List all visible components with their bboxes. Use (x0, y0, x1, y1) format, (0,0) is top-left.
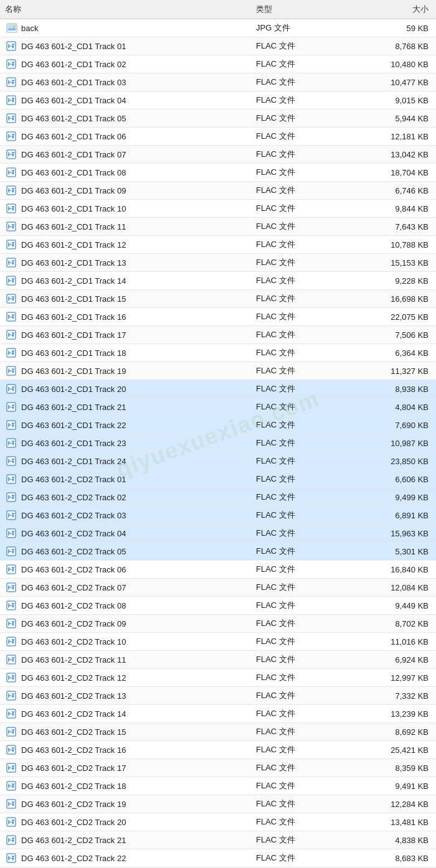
cell-name-wrapper: DG 463 601-2_CD1 Track 17 (5, 329, 246, 340)
flac-file-icon (5, 654, 19, 665)
table-row[interactable]: DG 463 601-2_CD1 Track 16FLAC 文件22,075 K… (0, 308, 436, 326)
table-row[interactable]: DG 463 601-2_CD1 Track 05FLAC 文件5,944 KB (0, 110, 436, 128)
file-type-cell: FLAC 文件 (251, 37, 357, 55)
file-type-cell: FLAC 文件 (251, 506, 357, 525)
table-row[interactable]: DG 463 601-2_CD1 Track 15FLAC 文件16,698 K… (0, 290, 436, 308)
file-name-cell: DG 463 601-2_CD1 Track 08 (0, 164, 251, 182)
table-row[interactable]: DG 463 601-2_CD2 Track 04FLAC 文件15,963 K… (0, 525, 436, 543)
table-row[interactable]: DG 463 601-2_CD2 Track 03FLAC 文件6,891 KB (0, 506, 436, 525)
table-row[interactable]: DG 463 601-2_CD1 Track 11FLAC 文件7,643 KB (0, 218, 436, 236)
flac-file-icon (5, 546, 19, 557)
cell-name-wrapper: DG 463 601-2_CD2 Track 08 (5, 600, 246, 611)
table-row[interactable]: DG 463 601-2_CD2 Track 17FLAC 文件8,359 KB (0, 759, 436, 777)
table-row[interactable]: DG 463 601-2_CD1 Track 10FLAC 文件9,844 KB (0, 200, 436, 218)
file-name-text: DG 463 601-2_CD2 Track 08 (21, 601, 126, 610)
table-row[interactable]: DG 463 601-2_CD1 Track 18FLAC 文件6,364 KB (0, 344, 436, 362)
file-name-cell: DG 463 601-2_CD2 Track 17 (0, 759, 251, 777)
table-row[interactable]: DG 463 601-2_CD2 Track 18FLAC 文件9,491 KB (0, 777, 436, 795)
flac-file-icon (5, 365, 19, 376)
flac-file-icon (5, 834, 19, 846)
table-row[interactable]: DG 463 601-2_CD1 Track 20FLAC 文件8,938 KB (0, 380, 436, 398)
table-row[interactable]: DG 463 601-2_CD1 Track 06FLAC 文件12,181 K… (0, 128, 436, 146)
file-name-cell: DG 463 601-2_CD1 Track 01 (0, 37, 251, 55)
file-name-cell: DG 463 601-2_CD2 Track 04 (0, 525, 251, 543)
table-row[interactable]: DG 463 601-2_CD1 Track 04FLAC 文件9,015 KB (0, 91, 436, 110)
cell-name-wrapper: DG 463 601-2_CD1 Track 12 (5, 239, 246, 250)
table-row[interactable]: DG 463 601-2_CD1 Track 01FLAC 文件8,768 KB (0, 37, 436, 55)
table-row[interactable]: DG 463 601-2_CD1 Track 23FLAC 文件10,987 K… (0, 434, 436, 452)
table-row[interactable]: DG 463 601-2_CD1 Track 02FLAC 文件10,480 K… (0, 55, 436, 73)
flac-file-icon (5, 419, 19, 431)
cell-name-wrapper: DG 463 601-2_CD1 Track 15 (5, 293, 246, 304)
table-row[interactable]: DG 463 601-2_CD1 Track 12FLAC 文件10,788 K… (0, 236, 436, 254)
file-type-cell: FLAC 文件 (251, 777, 357, 795)
cell-name-wrapper: DG 463 601-2_CD1 Track 04 (5, 95, 246, 106)
file-name-text: DG 463 601-2_CD1 Track 04 (21, 96, 126, 105)
file-name-text: DG 463 601-2_CD2 Track 11 (21, 655, 126, 665)
flac-file-icon (5, 77, 19, 88)
flac-file-icon (5, 582, 19, 593)
column-header-type[interactable]: 类型 (251, 0, 357, 19)
file-name-cell: DG 463 601-2_CD2 Track 05 (0, 543, 251, 561)
file-name-cell: DG 463 601-2_CD1 Track 02 (0, 55, 251, 73)
table-row[interactable]: DG 463 601-2_CD1 Track 24FLAC 文件23,850 K… (0, 452, 436, 470)
file-name-cell: DG 463 601-2_CD2 Track 14 (0, 705, 251, 723)
table-row[interactable]: DG 463 601-2_CD1 Track 21FLAC 文件4,804 KB (0, 398, 436, 416)
table-header-row: 名称 类型 大小 (0, 0, 436, 19)
file-name-text: DG 463 601-2_CD1 Track 02 (21, 60, 126, 69)
table-row[interactable]: DG 463 601-2_CD2 Track 06FLAC 文件16,840 K… (0, 561, 436, 579)
file-name-text: DG 463 601-2_CD1 Track 21 (21, 403, 126, 412)
table-row[interactable]: DG 463 601-2_CD1 Track 17FLAC 文件7,506 KB (0, 326, 436, 344)
cell-name-wrapper: DG 463 601-2_CD1 Track 20 (5, 383, 246, 394)
cell-name-wrapper: DG 463 601-2_CD1 Track 18 (5, 347, 246, 358)
svg-point-3 (14, 26, 16, 27)
cell-name-wrapper: DG 463 601-2_CD2 Track 21 (5, 834, 246, 846)
table-row[interactable]: DG 463 601-2_CD1 Track 13FLAC 文件15,153 K… (0, 254, 436, 272)
table-row[interactable]: backJPG 文件59 KB (0, 19, 436, 37)
table-row[interactable]: DG 463 601-2_CD2 Track 12FLAC 文件12,997 K… (0, 669, 436, 687)
table-row[interactable]: DG 463 601-2_CD1 Track 19FLAC 文件11,327 K… (0, 362, 436, 380)
table-row[interactable]: DG 463 601-2_CD2 Track 22FLAC 文件8,683 KB (0, 849, 436, 867)
cell-name-wrapper: DG 463 601-2_CD2 Track 12 (5, 672, 246, 683)
file-size-cell: 6,606 KB (357, 470, 436, 488)
table-row[interactable]: DG 463 601-2_CD2 Track 13FLAC 文件7,332 KB (0, 687, 436, 705)
flac-file-icon (5, 329, 19, 340)
file-type-cell: FLAC 文件 (251, 110, 357, 128)
cell-name-wrapper: DG 463 601-2_CD2 Track 11 (5, 654, 246, 665)
table-row[interactable]: DG 463 601-2_CD2 Track 10FLAC 文件11,016 K… (0, 633, 436, 651)
table-row[interactable]: DG 463 601-2_CD2 Track 19FLAC 文件12,284 K… (0, 795, 436, 813)
file-name-cell: DG 463 601-2_CD2 Track 22 (0, 849, 251, 867)
table-row[interactable]: DG 463 601-2_CD1 Track 09FLAC 文件6,746 KB (0, 182, 436, 200)
table-row[interactable]: DG 463 601-2_CD2 Track 09FLAC 文件8,702 KB (0, 615, 436, 633)
table-row[interactable]: DG 463 601-2_CD2 Track 07FLAC 文件12,084 K… (0, 579, 436, 597)
file-type-cell: FLAC 文件 (251, 182, 357, 200)
file-size-cell: 5,301 KB (357, 543, 436, 561)
file-name-cell: DG 463 601-2_CD2 Track 21 (0, 831, 251, 849)
table-row[interactable]: DG 463 601-2_CD2 Track 16FLAC 文件25,421 K… (0, 741, 436, 759)
table-row[interactable]: DG 463 601-2_CD2 Track 08FLAC 文件9,449 KB (0, 597, 436, 615)
table-row[interactable]: DG 463 601-2_CD2 Track 14FLAC 文件13,239 K… (0, 705, 436, 723)
table-row[interactable]: DG 463 601-2_CD2 Track 02FLAC 文件9,499 KB (0, 488, 436, 506)
table-row[interactable]: DG 463 601-2_CD1 Track 03FLAC 文件10,477 K… (0, 73, 436, 91)
table-row[interactable]: DG 463 601-2_CD2 Track 01FLAC 文件6,606 KB (0, 470, 436, 488)
column-header-size[interactable]: 大小 (357, 0, 436, 19)
file-size-cell: 6,746 KB (357, 182, 436, 200)
table-row[interactable]: DG 463 601-2_CD2 Track 05FLAC 文件5,301 KB (0, 543, 436, 561)
table-row[interactable]: DG 463 601-2_CD2 Track 21FLAC 文件4,838 KB (0, 831, 436, 849)
column-header-name[interactable]: 名称 (0, 0, 251, 19)
table-row[interactable]: DG 463 601-2_CD2 Track 11FLAC 文件6,924 KB (0, 651, 436, 669)
table-row[interactable]: DG 463 601-2_CD1 Track 22FLAC 文件7,690 KB (0, 416, 436, 434)
table-row[interactable]: DG 463 601-2_CD2 Track 15FLAC 文件8,692 KB (0, 723, 436, 741)
flac-file-icon (5, 690, 19, 701)
file-type-cell: FLAC 文件 (251, 55, 357, 73)
table-row[interactable]: DG 463 601-2_CD1 Track 07FLAC 文件13,042 K… (0, 146, 436, 164)
file-name-text: DG 463 601-2_CD2 Track 07 (21, 583, 126, 592)
table-row[interactable]: DG 463 601-2_CD1 Track 08FLAC 文件18,704 K… (0, 164, 436, 182)
table-row[interactable]: DG 463 601-2_CD1 Track 14FLAC 文件9,228 KB (0, 272, 436, 290)
file-type-cell: FLAC 文件 (251, 236, 357, 254)
file-name-text: DG 463 601-2_CD1 Track 17 (21, 330, 126, 340)
flac-file-icon (5, 474, 19, 485)
file-size-cell: 5,944 KB (357, 110, 436, 128)
table-row[interactable]: DG 463 601-2_CD2 Track 20FLAC 文件13,481 K… (0, 813, 436, 831)
flac-file-icon (5, 708, 19, 719)
